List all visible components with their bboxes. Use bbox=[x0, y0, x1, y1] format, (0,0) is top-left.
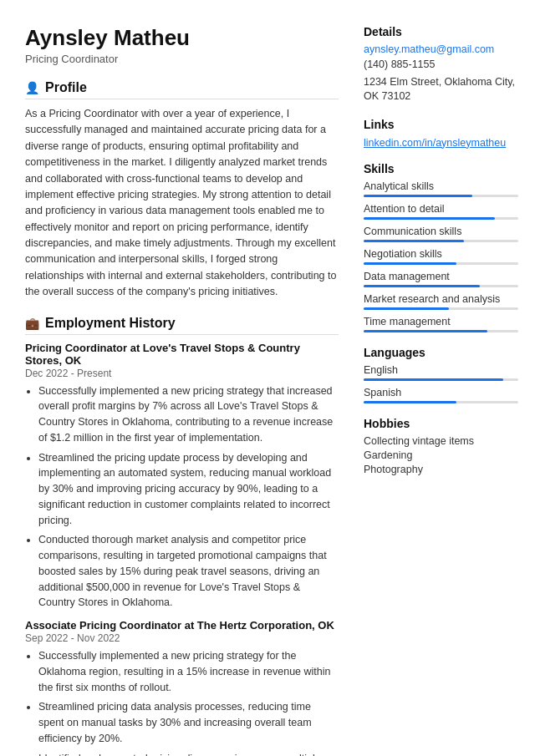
candidate-name: Aynsley Matheu bbox=[25, 25, 339, 51]
links-section: Links linkedin.com/in/aynsleymatheu bbox=[364, 118, 518, 149]
skill-bar-bg-1 bbox=[364, 217, 518, 220]
skill-bar-bg-4 bbox=[364, 285, 518, 287]
employment-section: 💼 Employment History Pricing Coordinator… bbox=[25, 316, 339, 757]
skill-label-4: Data management bbox=[364, 271, 518, 282]
lang-item-0: English bbox=[364, 364, 518, 381]
skills-section: Skills Analytical skills Attention to de… bbox=[364, 162, 518, 332]
job-item-1: Associate Pricing Coordinator at The Her… bbox=[25, 619, 339, 756]
lang-bar-fill-0 bbox=[364, 378, 503, 381]
profile-text: As a Pricing Coordinator with over a yea… bbox=[25, 106, 339, 301]
details-section: Details aynsley.matheu@gmail.com (140) 8… bbox=[364, 25, 518, 104]
details-title: Details bbox=[364, 25, 518, 38]
detail-address: 1234 Elm Street, Oklahoma City, OK 73102 bbox=[364, 75, 518, 104]
job-bullet-1-1: Streamlined pricing data analysis proces… bbox=[38, 699, 339, 746]
skill-bar-fill-6 bbox=[364, 330, 487, 332]
job-bullet-0-1: Streamlined the pricing update process b… bbox=[38, 450, 339, 529]
profile-section-title: 👤 Profile bbox=[25, 80, 339, 99]
skill-item-0: Analytical skills bbox=[364, 180, 518, 197]
profile-section: 👤 Profile As a Pricing Coordinator with … bbox=[25, 80, 339, 301]
skill-bar-fill-0 bbox=[364, 195, 472, 197]
lang-item-1: Spanish bbox=[364, 387, 518, 403]
skill-label-1: Attention to detail bbox=[364, 203, 518, 215]
skill-bar-fill-3 bbox=[364, 262, 456, 265]
skill-label-6: Time management bbox=[364, 316, 518, 327]
languages-title: Languages bbox=[364, 346, 518, 359]
lang-bar-fill-1 bbox=[364, 401, 456, 403]
skill-bar-bg-2 bbox=[364, 240, 518, 242]
skill-bar-bg-3 bbox=[364, 262, 518, 265]
job-bullet-0-0: Successfully implemented a new pricing s… bbox=[38, 383, 339, 446]
job-title-1: Associate Pricing Coordinator at The Her… bbox=[25, 619, 339, 632]
hobbies-section: Hobbies Collecting vintage itemsGardenin… bbox=[364, 417, 518, 475]
job-title-0: Pricing Coordinator at Love's Travel Sto… bbox=[25, 342, 339, 367]
skill-item-3: Negotiation skills bbox=[364, 248, 518, 265]
skill-bar-bg-5 bbox=[364, 307, 518, 310]
job-date-0: Dec 2022 - Present bbox=[25, 368, 339, 379]
hobby-item-1: Gardening bbox=[364, 449, 518, 461]
job-bullets-0: Successfully implemented a new pricing s… bbox=[25, 383, 339, 611]
skills-title: Skills bbox=[364, 162, 518, 175]
job-bullet-0-2: Conducted thorough market analysis and c… bbox=[38, 532, 339, 611]
skill-item-6: Time management bbox=[364, 316, 518, 332]
skill-item-4: Data management bbox=[364, 271, 518, 287]
candidate-title: Pricing Coordinator bbox=[25, 53, 339, 65]
hobbies-title: Hobbies bbox=[364, 417, 518, 430]
detail-email[interactable]: aynsley.matheu@gmail.com bbox=[364, 43, 518, 55]
lang-bar-bg-0 bbox=[364, 378, 518, 381]
job-item-0: Pricing Coordinator at Love's Travel Sto… bbox=[25, 342, 339, 611]
skill-bar-fill-2 bbox=[364, 240, 464, 242]
languages-section: Languages English Spanish bbox=[364, 346, 518, 403]
skill-label-3: Negotiation skills bbox=[364, 248, 518, 260]
job-bullets-1: Successfully implemented a new pricing s… bbox=[25, 648, 339, 756]
lang-label-1: Spanish bbox=[364, 387, 518, 398]
profile-icon: 👤 bbox=[25, 81, 39, 94]
link-item-0[interactable]: linkedin.com/in/aynsleymatheu bbox=[364, 137, 506, 149]
skill-bar-fill-5 bbox=[364, 307, 449, 310]
skill-item-1: Attention to detail bbox=[364, 203, 518, 220]
employment-section-title: 💼 Employment History bbox=[25, 316, 339, 335]
job-date-1: Sep 2022 - Nov 2022 bbox=[25, 632, 339, 644]
hobby-item-2: Photography bbox=[364, 464, 518, 475]
links-title: Links bbox=[364, 118, 518, 131]
lang-bar-bg-1 bbox=[364, 401, 518, 403]
lang-label-0: English bbox=[364, 364, 518, 376]
skill-bar-fill-1 bbox=[364, 217, 495, 220]
employment-icon: 💼 bbox=[25, 317, 39, 330]
header: Aynsley Matheu Pricing Coordinator bbox=[25, 25, 339, 65]
skill-item-2: Communication skills bbox=[364, 226, 518, 242]
skill-bar-fill-4 bbox=[364, 285, 480, 287]
job-bullet-1-2: Identified and corrected pricing discrep… bbox=[38, 751, 339, 757]
skill-label-5: Market research and analysis bbox=[364, 293, 518, 305]
detail-phone: (140) 885-1155 bbox=[364, 58, 518, 73]
skill-item-5: Market research and analysis bbox=[364, 293, 518, 310]
skill-label-2: Communication skills bbox=[364, 226, 518, 237]
skill-bar-bg-6 bbox=[364, 330, 518, 332]
skill-bar-bg-0 bbox=[364, 195, 518, 197]
hobby-item-0: Collecting vintage items bbox=[364, 435, 518, 447]
job-bullet-1-0: Successfully implemented a new pricing s… bbox=[38, 648, 339, 695]
skill-label-0: Analytical skills bbox=[364, 180, 518, 192]
